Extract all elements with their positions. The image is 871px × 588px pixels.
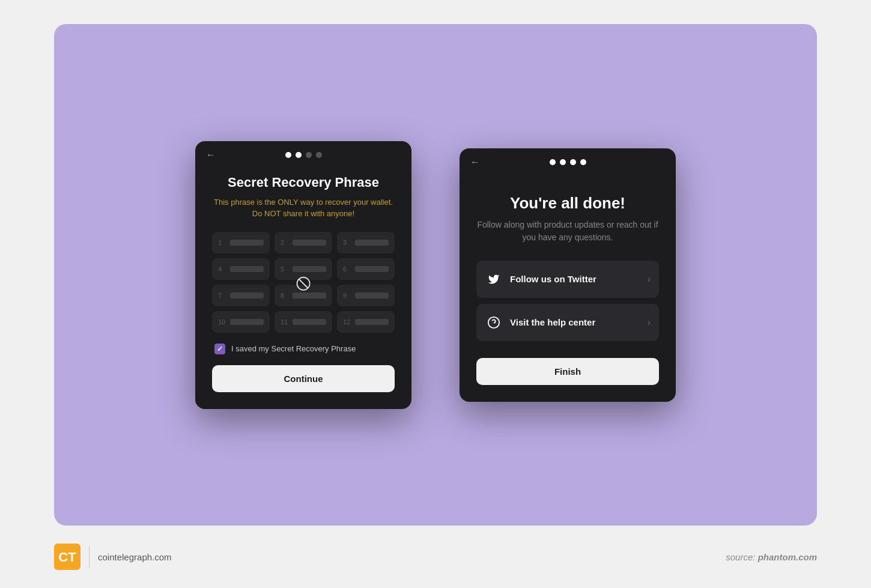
footer-source-site: phantom.com	[758, 552, 817, 562]
right-card-dots	[550, 159, 586, 165]
dot-2	[296, 152, 302, 158]
blur-overlay[interactable]: ⦸	[212, 232, 395, 333]
right-card-subtitle: Follow along with product updates or rea…	[476, 219, 659, 244]
left-card-header: ←	[195, 141, 411, 169]
left-card-subtitle: This phrase is the ONLY way to recover y…	[212, 196, 395, 220]
continue-button[interactable]: Continue	[212, 365, 395, 392]
dot-3	[306, 152, 312, 158]
checkbox-row[interactable]: ✓ I saved my Secret Recovery Phrase	[212, 344, 395, 354]
right-card-body: You're all done! Follow along with produ…	[460, 176, 676, 402]
rdot-3	[570, 159, 576, 165]
right-card-header: ←	[460, 148, 676, 176]
footer-left: CT cointelegraph.com	[54, 544, 172, 570]
action-list: Follow us on Twitter › Visit the help ce…	[476, 261, 659, 341]
main-area: ← Secret Recovery Phrase This phrase is …	[54, 24, 817, 526]
footer-domain: cointelegraph.com	[98, 552, 172, 562]
left-card-title: Secret Recovery Phrase	[212, 175, 395, 190]
footer-source: source: phantom.com	[726, 552, 817, 562]
footer: CT cointelegraph.com source: phantom.com	[0, 544, 871, 588]
rdot-2	[560, 159, 566, 165]
twitter-icon	[485, 270, 503, 288]
dot-4	[316, 152, 322, 158]
all-done-card: ← You're all done! Follow along with pro…	[460, 148, 676, 402]
dot-1	[285, 152, 291, 158]
help-chevron-icon: ›	[648, 317, 651, 328]
secret-recovery-card: ← Secret Recovery Phrase This phrase is …	[195, 141, 411, 409]
back-arrow-right[interactable]: ←	[470, 157, 480, 168]
twitter-label: Follow us on Twitter	[510, 274, 640, 284]
phrase-grid: 1 2 3 4 5	[212, 232, 395, 333]
finish-button[interactable]: Finish	[476, 358, 659, 385]
twitter-action-item[interactable]: Follow us on Twitter ›	[476, 261, 659, 298]
checkbox-label: I saved my Secret Recovery Phrase	[231, 344, 356, 353]
back-arrow-left[interactable]: ←	[206, 150, 216, 160]
eye-slash-icon: ⦸	[296, 269, 311, 296]
twitter-chevron-icon: ›	[648, 274, 651, 285]
help-label: Visit the help center	[510, 317, 640, 327]
rdot-4	[580, 159, 586, 165]
help-action-item[interactable]: Visit the help center ›	[476, 304, 659, 341]
left-card-body: Secret Recovery Phrase This phrase is th…	[195, 169, 411, 409]
cointelegraph-logo: CT	[54, 544, 80, 570]
right-card-title: You're all done!	[476, 194, 659, 213]
svg-text:CT: CT	[58, 550, 76, 565]
saved-checkbox[interactable]: ✓	[214, 344, 225, 354]
rdot-1	[550, 159, 556, 165]
left-card-dots	[285, 152, 322, 158]
footer-divider	[89, 546, 90, 568]
help-icon	[485, 314, 503, 332]
